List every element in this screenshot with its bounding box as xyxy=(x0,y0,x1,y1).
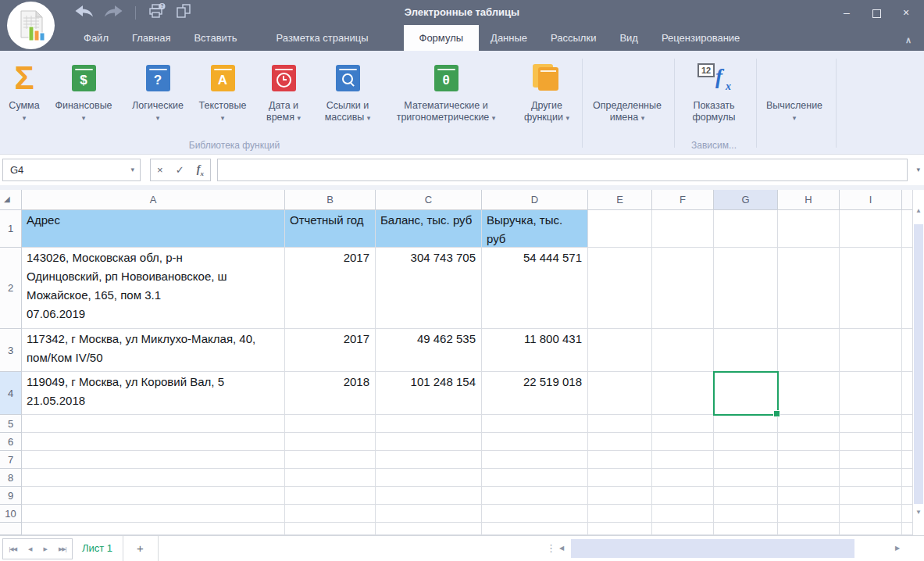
cell-C2[interactable]: 304 743 705 xyxy=(376,248,482,329)
cell-E3[interactable] xyxy=(588,329,652,372)
cell-F5[interactable] xyxy=(652,415,714,433)
vscroll-down-arrow[interactable]: ▼ xyxy=(913,509,924,516)
cell-H3[interactable] xyxy=(778,329,840,372)
cell-I9[interactable] xyxy=(840,487,902,505)
cell-C1[interactable]: Баланс, тыс. руб xyxy=(376,210,482,248)
column-header-b[interactable]: B xyxy=(285,190,376,210)
cell-A9[interactable] xyxy=(22,487,285,505)
financial-functions-button[interactable]: $ Финансовые ▾ xyxy=(48,59,120,123)
defined-names-button[interactable]: Определенные имена ▾ xyxy=(583,59,672,124)
cell-C[interactable] xyxy=(376,523,482,535)
cell-C4[interactable]: 101 248 154 xyxy=(376,372,482,415)
row-header-9[interactable]: 9 xyxy=(0,487,22,505)
cell-G5[interactable] xyxy=(714,415,778,433)
cell-E10[interactable] xyxy=(588,505,652,523)
cell-A1[interactable]: Адрес xyxy=(22,210,285,248)
row-header-3[interactable]: 3 xyxy=(0,329,22,372)
cell-C6[interactable] xyxy=(376,433,482,451)
cell-H6[interactable] xyxy=(778,433,840,451)
quick-print-button[interactable]: ? xyxy=(148,3,166,22)
row-header-2[interactable]: 2 xyxy=(0,248,22,329)
cell-I10[interactable] xyxy=(840,505,902,523)
vscroll-up-arrow[interactable]: ▲ xyxy=(913,207,924,214)
cell-D4[interactable]: 22 519 018 xyxy=(482,372,588,415)
formula-bar-expand-icon[interactable]: ▾ xyxy=(916,166,920,173)
cell-A4[interactable]: 119049, г Москва, ул Коровий Вал, 5 21.0… xyxy=(22,372,285,415)
cell-D10[interactable] xyxy=(482,505,588,523)
cell-H10[interactable] xyxy=(778,505,840,523)
cell-B10[interactable] xyxy=(285,505,376,523)
cell-A10[interactable] xyxy=(22,505,285,523)
cell-D6[interactable] xyxy=(482,433,588,451)
close-button[interactable]: × xyxy=(891,0,921,25)
add-sheet-button[interactable]: + xyxy=(123,536,159,561)
cell-F8[interactable] xyxy=(652,469,714,487)
lookup-reference-functions-button[interactable]: Ссылки и массивы ▾ xyxy=(316,59,380,124)
cell-B3[interactable]: 2017 xyxy=(285,329,376,372)
column-header-f[interactable]: F xyxy=(652,190,714,210)
cell-F1[interactable] xyxy=(652,210,714,248)
cell-G2[interactable] xyxy=(714,248,778,329)
row-header-5[interactable]: 5 xyxy=(0,415,22,433)
cell-B8[interactable] xyxy=(285,469,376,487)
tab-data[interactable]: Данные xyxy=(479,25,539,51)
cell-A[interactable] xyxy=(22,523,285,535)
hscroll-thumb[interactable] xyxy=(571,539,854,558)
column-header-i[interactable]: I xyxy=(840,190,902,210)
tab-file[interactable]: Файл xyxy=(72,25,120,51)
next-sheet-button[interactable]: ▶ xyxy=(43,546,46,552)
row-header-4[interactable]: 4 xyxy=(0,372,22,415)
cell-E9[interactable] xyxy=(588,487,652,505)
cell-A8[interactable] xyxy=(22,469,285,487)
confirm-entry-button[interactable]: ✓ xyxy=(176,164,184,176)
app-logo[interactable] xyxy=(7,2,55,49)
presentation-view-button[interactable] xyxy=(176,3,191,22)
cell-F[interactable] xyxy=(652,523,714,535)
math-trig-functions-button[interactable]: θ Математические и тригонометрические ▾ xyxy=(373,59,519,124)
cell-B[interactable] xyxy=(285,523,376,535)
cell-D8[interactable] xyxy=(482,469,588,487)
previous-sheet-button[interactable]: ◀ xyxy=(28,546,31,552)
date-time-functions-button[interactable]: Дата и время ▾ xyxy=(257,59,310,124)
cell-E6[interactable] xyxy=(588,433,652,451)
cell-H7[interactable] xyxy=(778,451,840,469)
cell-F4[interactable] xyxy=(652,372,714,415)
cell-E[interactable] xyxy=(588,523,652,535)
cell-I4[interactable] xyxy=(840,372,902,415)
cell-I3[interactable] xyxy=(840,329,902,372)
cell-I5[interactable] xyxy=(840,415,902,433)
cell-B9[interactable] xyxy=(285,487,376,505)
cell-D3[interactable]: 11 800 431 xyxy=(482,329,588,372)
cell-G9[interactable] xyxy=(714,487,778,505)
cell-A7[interactable] xyxy=(22,451,285,469)
column-header-g[interactable]: G xyxy=(714,190,778,210)
cell-I2[interactable] xyxy=(840,248,902,329)
tab-insert[interactable]: Вставить xyxy=(182,25,248,51)
cell-F9[interactable] xyxy=(652,487,714,505)
cell-G1[interactable] xyxy=(714,210,778,248)
cell-D1[interactable]: Выручка, тыс. руб xyxy=(482,210,588,248)
cell-E4[interactable] xyxy=(588,372,652,415)
cell-I7[interactable] xyxy=(840,451,902,469)
row-header-7[interactable]: 7 xyxy=(0,451,22,469)
cell-D2[interactable]: 54 444 571 xyxy=(482,248,588,329)
cell-G7[interactable] xyxy=(714,451,778,469)
cell-E1[interactable] xyxy=(588,210,652,248)
cell-H5[interactable] xyxy=(778,415,840,433)
cell-C3[interactable]: 49 462 535 xyxy=(376,329,482,372)
row-header-6[interactable]: 6 xyxy=(0,433,22,451)
cell-H1[interactable] xyxy=(778,210,840,248)
redo-button[interactable] xyxy=(104,5,123,20)
cell-E7[interactable] xyxy=(588,451,652,469)
splitter-dots-icon[interactable]: ⋮ xyxy=(546,536,556,561)
cell-F3[interactable] xyxy=(652,329,714,372)
cell-H9[interactable] xyxy=(778,487,840,505)
sum-button[interactable]: Σ Сумма ▾ xyxy=(2,59,47,123)
cell-B1[interactable]: Отчетный год xyxy=(285,210,376,248)
text-functions-button[interactable]: A Текстовые ▾ xyxy=(188,59,257,123)
name-box-caret-icon[interactable]: ▾ xyxy=(130,159,134,180)
logical-functions-button[interactable]: ? Логические ▾ xyxy=(122,59,194,123)
cell-G[interactable] xyxy=(714,523,778,535)
cell-H[interactable] xyxy=(778,523,840,535)
maximize-button[interactable] xyxy=(862,0,891,25)
